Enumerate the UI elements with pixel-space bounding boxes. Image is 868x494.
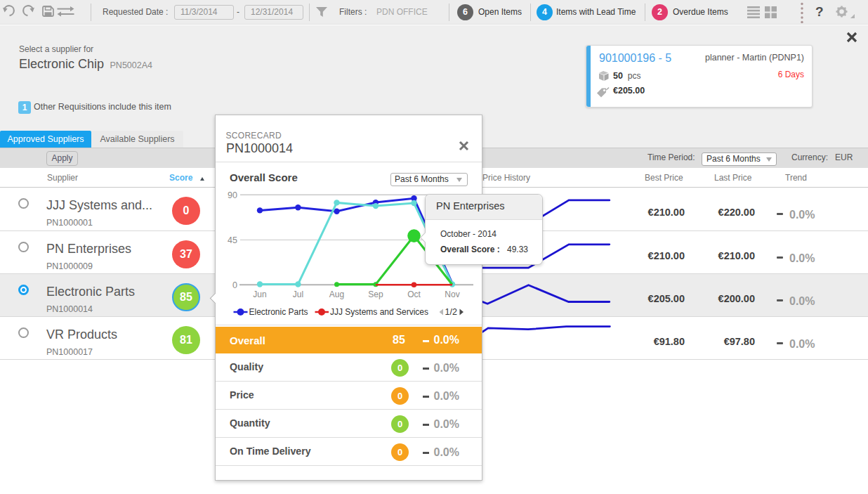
svg-text:45: 45 bbox=[228, 235, 237, 245]
svg-text:Oct: Oct bbox=[407, 290, 421, 299]
svg-text:Aug: Aug bbox=[329, 290, 344, 299]
svg-text:Jun: Jun bbox=[253, 290, 266, 299]
svg-text:Nov: Nov bbox=[445, 290, 459, 299]
svg-text:JJJ Systems and Services: JJJ Systems and Services bbox=[330, 307, 428, 317]
svg-text:Jul: Jul bbox=[293, 290, 303, 299]
svg-text:1/2: 1/2 bbox=[445, 307, 457, 317]
svg-text:0: 0 bbox=[232, 280, 237, 290]
svg-text:90: 90 bbox=[228, 190, 237, 200]
svg-text:Sep: Sep bbox=[368, 290, 383, 299]
svg-text:Electronic Parts: Electronic Parts bbox=[249, 307, 308, 317]
